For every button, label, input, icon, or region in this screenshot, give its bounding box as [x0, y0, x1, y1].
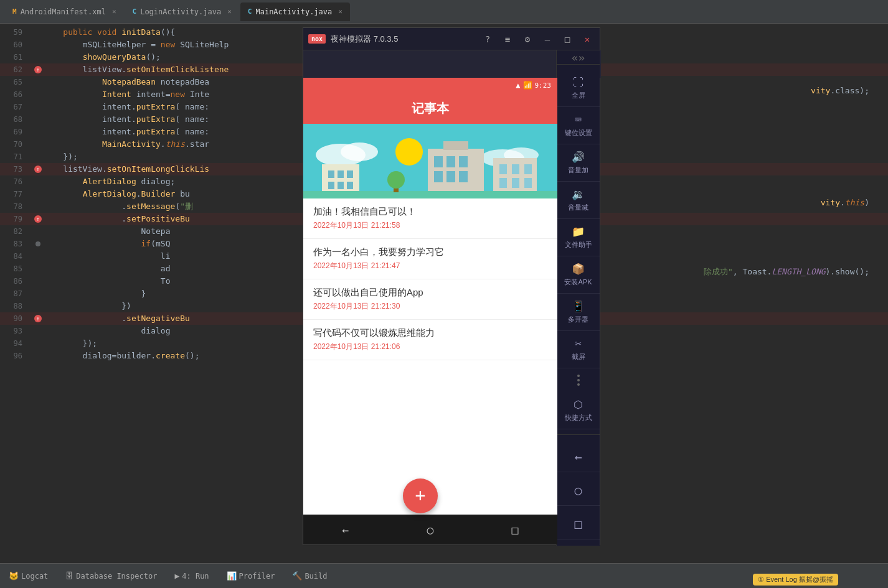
svg-rect-15	[446, 156, 455, 167]
rp-dot-2	[577, 379, 580, 381]
rp-volume-up-icon: 🔊	[572, 151, 585, 163]
rp-fullscreen-button[interactable]: ⛶ 全屏	[557, 70, 600, 107]
rp-dot-3	[577, 383, 580, 386]
rp-expand-top[interactable]: «»	[557, 50, 600, 65]
svg-rect-12	[347, 182, 353, 189]
rp-filehelper-label: 文件助手	[565, 240, 592, 250]
svg-rect-25	[499, 178, 507, 188]
rp-installapk-label: 安装APK	[564, 278, 592, 287]
logcat-label: Logcat	[21, 572, 48, 581]
tab-close-manifest[interactable]: ✕	[112, 7, 116, 16]
tab-main-activity-label: MainActivity.java	[255, 7, 332, 16]
svg-rect-8	[338, 170, 344, 178]
warning-text: ① Event Log 振摇@振摇	[758, 575, 833, 584]
tab-close-main[interactable]: ✕	[338, 7, 342, 16]
rp-keymapping-label: 键位设置	[565, 128, 592, 138]
rp-screenshot-button[interactable]: ✂ 截屏	[557, 331, 600, 368]
rp-multiwindow-icon: 📱	[572, 300, 585, 312]
warning-badge[interactable]: ① Event Log 振摇@振摇	[753, 574, 838, 586]
database-inspector-button[interactable]: 🗄 Database Inspector	[62, 569, 161, 583]
logcat-button[interactable]: 🐱 Logcat	[5, 569, 52, 583]
build-button[interactable]: 🔨 Build	[288, 569, 331, 583]
rp-recents-button[interactable]: □	[557, 508, 600, 539]
nox-right-panel: «» ⛶ 全屏 ⌨ 键位设置 🔊 音量加 🔉 音量减 📁 文件助手	[556, 50, 600, 546]
nox-title-text: 夜神模拟器 7.0.3.5	[331, 34, 480, 45]
rp-double-arrow-icon: «»	[572, 51, 585, 64]
nox-menu-button[interactable]: ≡	[500, 32, 515, 47]
fab-container: +	[403, 478, 438, 513]
rp-keymapping-button[interactable]: ⌨ 键位设置	[557, 107, 600, 144]
note-title-3: 写代码不仅可以锻炼思维能力	[313, 327, 547, 339]
note-item-0[interactable]: 加油！我相信自己可以！ 2022年10月13日 21:21:58	[303, 198, 557, 239]
tab-main-activity[interactable]: C MainActivity.java ✕	[240, 2, 350, 21]
tab-android-manifest-label: AndroidManifest.xml	[21, 7, 106, 16]
svg-rect-24	[524, 164, 532, 174]
rp-multiwindow-button[interactable]: 📱 多开器	[557, 294, 600, 331]
svg-rect-10	[328, 182, 334, 189]
tab-bar: M AndroidManifest.xml ✕ C LoginActivity.…	[0, 0, 888, 24]
fab-plus-icon: +	[415, 487, 426, 505]
nox-emulator-window: nox 夜神模拟器 7.0.3.5 ? ≡ ⚙ — □ ✕ «» ⛶ 全屏 ⌨	[303, 27, 600, 545]
rp-filehelper-icon: 📁	[572, 225, 585, 238]
profiler-label: Profiler	[239, 572, 275, 581]
rp-items: ⛶ 全屏 ⌨ 键位设置 🔊 音量加 🔉 音量减 📁 文件助手 📦	[557, 65, 600, 434]
rp-volume-down-icon: 🔉	[572, 188, 585, 200]
nox-settings-button[interactable]: ⚙	[520, 32, 535, 47]
nox-logo: nox	[308, 34, 326, 44]
svg-rect-26	[512, 178, 519, 188]
android-recents-button[interactable]: □	[507, 518, 524, 541]
svg-rect-20	[443, 141, 468, 150]
profiler-icon: 📊	[227, 571, 237, 581]
nox-minimize-button[interactable]: —	[540, 32, 555, 47]
android-home-button[interactable]: ○	[422, 518, 439, 541]
svg-rect-27	[524, 178, 532, 188]
gutter-dot-83	[35, 241, 40, 246]
gutter-arrow-62: ↑	[34, 66, 42, 73]
rp-shortcuts-button[interactable]: ⬡ 快捷方式	[557, 392, 600, 429]
nox-titlebar: nox 夜神模拟器 7.0.3.5 ? ≡ ⚙ — □ ✕	[303, 28, 600, 50]
rp-volume-down-button[interactable]: 🔉 音量减	[557, 182, 600, 219]
tab-login-activity-label: LoginActivity.java	[140, 7, 221, 16]
note-item-3[interactable]: 写代码不仅可以锻炼思维能力 2022年10月13日 21:21:06	[303, 320, 557, 360]
rp-more-button[interactable]	[577, 368, 580, 392]
android-screen: ▲ 📶 9:23 记事本	[303, 78, 557, 544]
svg-rect-17	[434, 171, 443, 182]
note-title-2: 还可以做出自己使用的App	[313, 287, 547, 299]
rp-filehelper-button[interactable]: 📁 文件助手	[557, 219, 600, 256]
tab-login-activity[interactable]: C LoginActivity.java ✕	[125, 2, 239, 21]
rp-shortcuts-icon: ⬡	[574, 398, 583, 411]
rp-back-button[interactable]: ←	[557, 441, 600, 472]
note-date-1: 2022年10月13日 21:21:47	[313, 261, 547, 271]
database-inspector-icon: 🗄	[65, 571, 73, 581]
rp-screenshot-label: 截屏	[572, 352, 585, 362]
rp-fullscreen-icon: ⛶	[573, 76, 583, 88]
rp-installapk-button[interactable]: 📦 安装APK	[557, 256, 600, 294]
android-statusbar: ▲ 📶 9:23	[303, 78, 557, 93]
svg-point-5	[395, 138, 423, 166]
android-navbar: ← ○ □	[303, 515, 557, 544]
nox-close-button[interactable]: ✕	[580, 32, 595, 47]
run-button[interactable]: ▶ 4: Run	[171, 569, 212, 583]
app-title: 记事本	[412, 100, 449, 117]
tab-close-login[interactable]: ✕	[227, 7, 232, 16]
nox-maximize-button[interactable]: □	[560, 32, 575, 47]
tab-xml-icon: M	[12, 7, 17, 16]
note-item-1[interactable]: 作为一名小白，我要努力学习它 2022年10月13日 21:21:47	[303, 239, 557, 279]
rp-screenshot-icon: ✂	[575, 337, 581, 350]
android-back-button[interactable]: ←	[338, 518, 354, 541]
rp-home-button[interactable]: ○	[557, 475, 600, 506]
rp-volume-up-label: 音量加	[568, 166, 588, 175]
banner-svg	[303, 124, 557, 198]
app-toolbar: 记事本	[303, 93, 557, 124]
gutter-arrow-73: ↑	[34, 166, 42, 173]
fab-add-note-button[interactable]: +	[403, 478, 438, 513]
note-item-2[interactable]: 还可以做出自己使用的App 2022年10月13日 21:21:30	[303, 279, 557, 320]
android-time: 9:23	[535, 82, 552, 90]
rp-volume-up-button[interactable]: 🔊 音量加	[557, 144, 600, 182]
svg-rect-22	[499, 164, 507, 174]
profiler-button[interactable]: 📊 Profiler	[223, 569, 279, 583]
rp-home-icon: ○	[574, 483, 582, 498]
nox-help-button[interactable]: ?	[480, 32, 495, 47]
build-label: Build	[305, 572, 327, 581]
tab-android-manifest[interactable]: M AndroidManifest.xml ✕	[5, 2, 124, 21]
